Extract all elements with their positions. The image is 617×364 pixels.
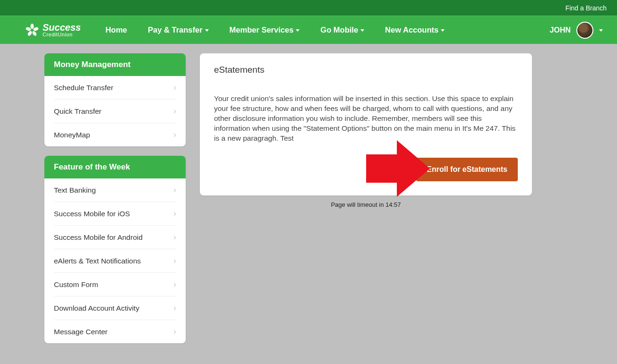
nav-new-accounts[interactable]: New Accounts [375, 21, 455, 39]
nav-label: Go Mobile [320, 25, 358, 34]
nav-label: New Accounts [385, 25, 438, 34]
sidebar-item-text-banking[interactable]: Text Banking › [54, 178, 176, 202]
enroll-button[interactable]: Enroll for eStatements [416, 158, 518, 181]
chevron-right-icon: › [173, 130, 176, 140]
sidebar-item-label: Schedule Transfer [54, 84, 113, 92]
sidebar: Money Management Schedule Transfer › Qui… [44, 53, 186, 343]
nav-label: Home [105, 25, 127, 34]
sidebar-item-custom-form[interactable]: Custom Form › [54, 272, 176, 296]
chevron-right-icon: › [173, 256, 176, 266]
feature-week-card: Feature of the Week Text Banking › Succe… [44, 156, 186, 343]
card-header: Money Management [44, 53, 186, 76]
utility-bar: Find a Branch [0, 0, 617, 16]
nav-pay-transfer[interactable]: Pay & Transfer [137, 21, 219, 39]
sidebar-item-android[interactable]: Success Mobile for Android › [54, 225, 176, 249]
sidebar-item-label: Success Mobile for iOS [54, 210, 130, 218]
logo[interactable]: Success CreditUnion [26, 23, 81, 37]
nav-member-services[interactable]: Member Services [219, 21, 310, 39]
sidebar-item-moneymap[interactable]: MoneyMap › [54, 123, 176, 146]
sidebar-item-ealerts[interactable]: eAlerts & Text Notifications › [54, 249, 176, 272]
disclosure-text: Your credit union's sales information wi… [214, 94, 518, 144]
nav-go-mobile[interactable]: Go Mobile [310, 21, 375, 39]
main-navbar: Success CreditUnion Home Pay & Transfer … [0, 16, 617, 44]
page-content: Money Management Schedule Transfer › Qui… [0, 44, 617, 353]
chevron-right-icon: › [173, 185, 176, 195]
svg-point-2 [32, 30, 37, 36]
nav-label: Pay & Transfer [148, 25, 203, 34]
sidebar-item-message-center[interactable]: Message Center › [54, 320, 176, 343]
svg-point-1 [33, 26, 39, 31]
chevron-down-icon [599, 29, 603, 32]
chevron-down-icon [296, 29, 300, 32]
svg-point-5 [31, 29, 33, 31]
chevron-right-icon: › [173, 83, 176, 93]
main-column: eStatements Your credit union's sales in… [200, 53, 532, 208]
avatar [576, 22, 593, 39]
sidebar-item-download-activity[interactable]: Download Account Activity › [54, 296, 176, 320]
chevron-right-icon: › [173, 279, 176, 289]
enroll-row: Enroll for eStatements [214, 158, 518, 181]
chevron-right-icon: › [173, 232, 176, 242]
sidebar-item-ios[interactable]: Success Mobile for iOS › [54, 202, 176, 225]
nav-items: Home Pay & Transfer Member Services Go M… [95, 21, 455, 39]
chevron-right-icon: › [173, 106, 176, 116]
sidebar-item-label: Success Mobile for Android [54, 233, 143, 242]
timeout-notice: Page will timeout in 14:57 [331, 201, 401, 208]
user-name: JOHN [550, 26, 571, 34]
estatements-card: eStatements Your credit union's sales in… [200, 53, 532, 195]
card-header: Feature of the Week [44, 156, 186, 178]
timeout-prefix: Page will timeout in [331, 201, 386, 208]
svg-point-0 [31, 24, 34, 29]
chevron-down-icon [441, 29, 445, 32]
page-title: eStatements [214, 65, 518, 75]
logo-icon [26, 24, 39, 37]
sidebar-item-label: eAlerts & Text Notifications [54, 257, 141, 265]
chevron-right-icon: › [173, 303, 176, 313]
svg-point-4 [26, 26, 31, 31]
chevron-right-icon: › [173, 327, 176, 337]
sidebar-item-label: Quick Transfer [54, 107, 102, 116]
logo-main-text: Success [43, 23, 81, 32]
sidebar-item-label: Message Center [54, 328, 108, 336]
chevron-down-icon [205, 29, 209, 32]
timeout-value: 14:57 [386, 201, 401, 208]
user-menu[interactable]: JOHN [550, 22, 608, 39]
money-management-card: Money Management Schedule Transfer › Qui… [44, 53, 186, 146]
sidebar-item-label: Download Account Activity [54, 304, 139, 313]
sidebar-item-schedule-transfer[interactable]: Schedule Transfer › [54, 76, 176, 99]
chevron-right-icon: › [173, 209, 176, 219]
sidebar-item-label: MoneyMap [54, 131, 90, 139]
sidebar-item-label: Custom Form [54, 280, 98, 289]
svg-point-3 [27, 30, 33, 36]
chevron-down-icon [360, 29, 364, 32]
nav-home[interactable]: Home [95, 21, 137, 39]
sidebar-item-quick-transfer[interactable]: Quick Transfer › [54, 99, 176, 123]
find-branch-link[interactable]: Find a Branch [566, 4, 607, 12]
nav-label: Member Services [230, 25, 294, 34]
sidebar-item-label: Text Banking [54, 186, 96, 195]
logo-sub-text: CreditUnion [43, 32, 81, 37]
